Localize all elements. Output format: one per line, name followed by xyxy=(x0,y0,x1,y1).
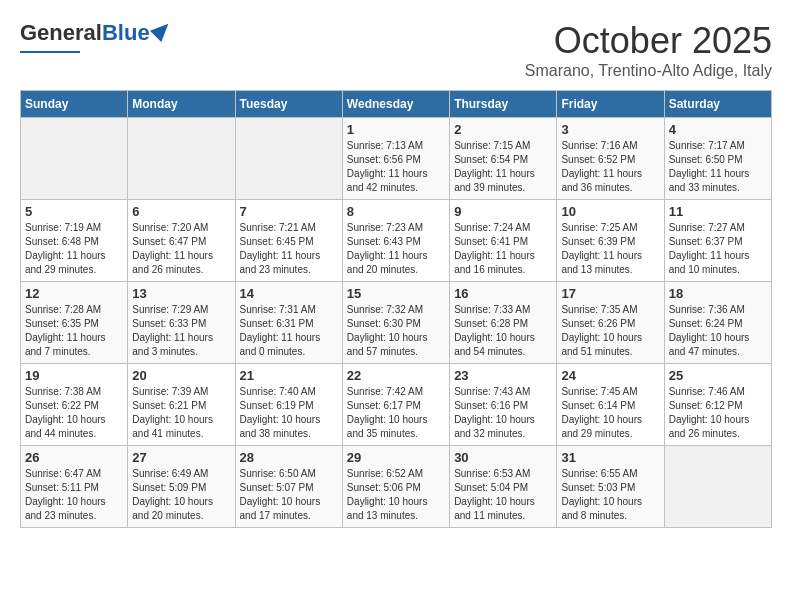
location-title: Smarano, Trentino-Alto Adige, Italy xyxy=(525,62,772,80)
day-number: 13 xyxy=(132,286,230,301)
week-row-4: 19Sunrise: 7:38 AM Sunset: 6:22 PM Dayli… xyxy=(21,364,772,446)
day-info: Sunrise: 7:29 AM Sunset: 6:33 PM Dayligh… xyxy=(132,303,230,359)
calendar-cell: 19Sunrise: 7:38 AM Sunset: 6:22 PM Dayli… xyxy=(21,364,128,446)
week-row-5: 26Sunrise: 6:47 AM Sunset: 5:11 PM Dayli… xyxy=(21,446,772,528)
day-info: Sunrise: 7:23 AM Sunset: 6:43 PM Dayligh… xyxy=(347,221,445,277)
calendar-cell: 1Sunrise: 7:13 AM Sunset: 6:56 PM Daylig… xyxy=(342,118,449,200)
calendar-cell: 30Sunrise: 6:53 AM Sunset: 5:04 PM Dayli… xyxy=(450,446,557,528)
day-number: 5 xyxy=(25,204,123,219)
day-info: Sunrise: 7:33 AM Sunset: 6:28 PM Dayligh… xyxy=(454,303,552,359)
day-info: Sunrise: 7:43 AM Sunset: 6:16 PM Dayligh… xyxy=(454,385,552,441)
day-info: Sunrise: 6:47 AM Sunset: 5:11 PM Dayligh… xyxy=(25,467,123,523)
calendar-cell: 2Sunrise: 7:15 AM Sunset: 6:54 PM Daylig… xyxy=(450,118,557,200)
calendar-cell: 7Sunrise: 7:21 AM Sunset: 6:45 PM Daylig… xyxy=(235,200,342,282)
calendar-cell: 14Sunrise: 7:31 AM Sunset: 6:31 PM Dayli… xyxy=(235,282,342,364)
day-header-monday: Monday xyxy=(128,91,235,118)
calendar-cell: 15Sunrise: 7:32 AM Sunset: 6:30 PM Dayli… xyxy=(342,282,449,364)
day-header-saturday: Saturday xyxy=(664,91,771,118)
calendar-cell: 17Sunrise: 7:35 AM Sunset: 6:26 PM Dayli… xyxy=(557,282,664,364)
week-row-3: 12Sunrise: 7:28 AM Sunset: 6:35 PM Dayli… xyxy=(21,282,772,364)
logo-blue: Blue xyxy=(102,20,150,45)
day-info: Sunrise: 7:35 AM Sunset: 6:26 PM Dayligh… xyxy=(561,303,659,359)
day-info: Sunrise: 7:15 AM Sunset: 6:54 PM Dayligh… xyxy=(454,139,552,195)
day-info: Sunrise: 7:36 AM Sunset: 6:24 PM Dayligh… xyxy=(669,303,767,359)
day-header-wednesday: Wednesday xyxy=(342,91,449,118)
day-number: 19 xyxy=(25,368,123,383)
day-info: Sunrise: 7:24 AM Sunset: 6:41 PM Dayligh… xyxy=(454,221,552,277)
day-number: 30 xyxy=(454,450,552,465)
day-number: 4 xyxy=(669,122,767,137)
day-number: 17 xyxy=(561,286,659,301)
day-info: Sunrise: 6:52 AM Sunset: 5:06 PM Dayligh… xyxy=(347,467,445,523)
day-number: 14 xyxy=(240,286,338,301)
day-info: Sunrise: 7:40 AM Sunset: 6:19 PM Dayligh… xyxy=(240,385,338,441)
calendar-cell: 26Sunrise: 6:47 AM Sunset: 5:11 PM Dayli… xyxy=(21,446,128,528)
day-number: 20 xyxy=(132,368,230,383)
calendar-cell: 21Sunrise: 7:40 AM Sunset: 6:19 PM Dayli… xyxy=(235,364,342,446)
day-info: Sunrise: 7:28 AM Sunset: 6:35 PM Dayligh… xyxy=(25,303,123,359)
day-header-sunday: Sunday xyxy=(21,91,128,118)
calendar-cell xyxy=(21,118,128,200)
day-number: 22 xyxy=(347,368,445,383)
calendar-cell: 31Sunrise: 6:55 AM Sunset: 5:03 PM Dayli… xyxy=(557,446,664,528)
day-number: 23 xyxy=(454,368,552,383)
day-number: 27 xyxy=(132,450,230,465)
day-number: 18 xyxy=(669,286,767,301)
logo: GeneralBlue xyxy=(20,20,170,53)
header-row: SundayMondayTuesdayWednesdayThursdayFrid… xyxy=(21,91,772,118)
calendar-table: SundayMondayTuesdayWednesdayThursdayFrid… xyxy=(20,90,772,528)
day-number: 11 xyxy=(669,204,767,219)
day-info: Sunrise: 7:19 AM Sunset: 6:48 PM Dayligh… xyxy=(25,221,123,277)
calendar-cell: 16Sunrise: 7:33 AM Sunset: 6:28 PM Dayli… xyxy=(450,282,557,364)
day-number: 3 xyxy=(561,122,659,137)
day-number: 12 xyxy=(25,286,123,301)
calendar-cell: 3Sunrise: 7:16 AM Sunset: 6:52 PM Daylig… xyxy=(557,118,664,200)
day-info: Sunrise: 7:27 AM Sunset: 6:37 PM Dayligh… xyxy=(669,221,767,277)
calendar-cell xyxy=(128,118,235,200)
calendar-cell: 8Sunrise: 7:23 AM Sunset: 6:43 PM Daylig… xyxy=(342,200,449,282)
day-info: Sunrise: 7:46 AM Sunset: 6:12 PM Dayligh… xyxy=(669,385,767,441)
day-header-thursday: Thursday xyxy=(450,91,557,118)
day-header-tuesday: Tuesday xyxy=(235,91,342,118)
calendar-cell: 18Sunrise: 7:36 AM Sunset: 6:24 PM Dayli… xyxy=(664,282,771,364)
day-number: 16 xyxy=(454,286,552,301)
page-header: GeneralBlue October 2025 Smarano, Trenti… xyxy=(20,20,772,80)
calendar-cell: 27Sunrise: 6:49 AM Sunset: 5:09 PM Dayli… xyxy=(128,446,235,528)
day-info: Sunrise: 7:21 AM Sunset: 6:45 PM Dayligh… xyxy=(240,221,338,277)
calendar-cell: 12Sunrise: 7:28 AM Sunset: 6:35 PM Dayli… xyxy=(21,282,128,364)
logo-arrow xyxy=(150,18,174,42)
day-number: 9 xyxy=(454,204,552,219)
day-number: 8 xyxy=(347,204,445,219)
calendar-cell: 25Sunrise: 7:46 AM Sunset: 6:12 PM Dayli… xyxy=(664,364,771,446)
month-title: October 2025 xyxy=(525,20,772,62)
calendar-cell: 29Sunrise: 6:52 AM Sunset: 5:06 PM Dayli… xyxy=(342,446,449,528)
day-info: Sunrise: 6:49 AM Sunset: 5:09 PM Dayligh… xyxy=(132,467,230,523)
calendar-cell: 4Sunrise: 7:17 AM Sunset: 6:50 PM Daylig… xyxy=(664,118,771,200)
calendar-cell: 11Sunrise: 7:27 AM Sunset: 6:37 PM Dayli… xyxy=(664,200,771,282)
day-info: Sunrise: 7:16 AM Sunset: 6:52 PM Dayligh… xyxy=(561,139,659,195)
day-info: Sunrise: 7:32 AM Sunset: 6:30 PM Dayligh… xyxy=(347,303,445,359)
day-header-friday: Friday xyxy=(557,91,664,118)
day-number: 1 xyxy=(347,122,445,137)
day-number: 25 xyxy=(669,368,767,383)
day-info: Sunrise: 6:55 AM Sunset: 5:03 PM Dayligh… xyxy=(561,467,659,523)
calendar-cell: 28Sunrise: 6:50 AM Sunset: 5:07 PM Dayli… xyxy=(235,446,342,528)
calendar-cell: 20Sunrise: 7:39 AM Sunset: 6:21 PM Dayli… xyxy=(128,364,235,446)
calendar-cell: 13Sunrise: 7:29 AM Sunset: 6:33 PM Dayli… xyxy=(128,282,235,364)
day-number: 21 xyxy=(240,368,338,383)
day-number: 31 xyxy=(561,450,659,465)
day-number: 29 xyxy=(347,450,445,465)
day-info: Sunrise: 7:42 AM Sunset: 6:17 PM Dayligh… xyxy=(347,385,445,441)
week-row-2: 5Sunrise: 7:19 AM Sunset: 6:48 PM Daylig… xyxy=(21,200,772,282)
day-number: 10 xyxy=(561,204,659,219)
calendar-cell xyxy=(235,118,342,200)
day-number: 6 xyxy=(132,204,230,219)
day-number: 2 xyxy=(454,122,552,137)
week-row-1: 1Sunrise: 7:13 AM Sunset: 6:56 PM Daylig… xyxy=(21,118,772,200)
calendar-cell xyxy=(664,446,771,528)
day-number: 26 xyxy=(25,450,123,465)
title-block: October 2025 Smarano, Trentino-Alto Adig… xyxy=(525,20,772,80)
calendar-cell: 24Sunrise: 7:45 AM Sunset: 6:14 PM Dayli… xyxy=(557,364,664,446)
day-info: Sunrise: 7:17 AM Sunset: 6:50 PM Dayligh… xyxy=(669,139,767,195)
day-info: Sunrise: 6:53 AM Sunset: 5:04 PM Dayligh… xyxy=(454,467,552,523)
